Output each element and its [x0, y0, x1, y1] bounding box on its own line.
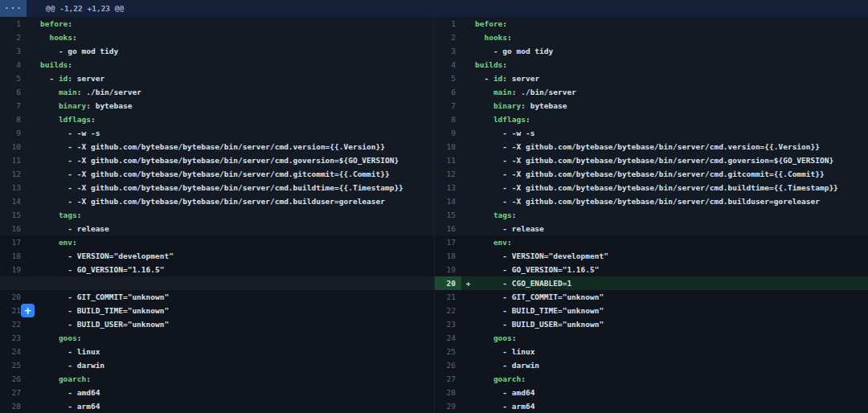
diff-row: 5 - id: server [0, 72, 434, 85]
code-text: - -w -s [475, 129, 534, 137]
diff-row: 9 - -w -s [435, 126, 868, 140]
yaml-key: main [493, 88, 512, 96]
line-number[interactable]: 5 [435, 72, 461, 85]
code-text: - VERSION="development" [475, 251, 608, 260]
hunk-header: ··· @@ -1,22 +1,23 @@ [0, 0, 868, 17]
code-text: - go mod tidy [40, 47, 118, 55]
code-line: - VERSION="development" [40, 249, 174, 263]
code-text: - -X github.com/bytebase/bytebase/bin/se… [475, 183, 838, 192]
line-number[interactable]: 4 [0, 58, 27, 72]
line-number[interactable]: 8 [0, 112, 27, 126]
line-number[interactable]: 15 [435, 208, 461, 222]
line-number[interactable]: 20 [0, 290, 27, 304]
yaml-key: id [59, 74, 68, 83]
code-line: - arm64 [40, 399, 100, 413]
line-number[interactable]: 28 [0, 399, 27, 413]
line-number[interactable]: 8 [435, 112, 461, 126]
line-number[interactable]: 4 [435, 58, 461, 72]
diff-marker [461, 140, 475, 153]
line-number[interactable]: 22 [435, 304, 461, 317]
line-number[interactable]: 6 [0, 85, 27, 99]
line-number[interactable]: 17 [0, 235, 27, 249]
line-number[interactable]: 1 [0, 17, 27, 31]
expand-context-button[interactable]: ··· [0, 0, 27, 17]
code-line: - darwin [475, 358, 539, 372]
line-number[interactable]: 17 [435, 235, 461, 249]
line-number[interactable]: 11 [0, 153, 27, 167]
diff-marker [27, 181, 40, 194]
code-text: - darwin [475, 361, 539, 370]
line-number[interactable]: 22 [0, 317, 27, 331]
line-number[interactable]: 29 [435, 399, 461, 413]
line-number[interactable]: 20 [435, 276, 461, 290]
diff-marker [27, 345, 40, 358]
line-number[interactable]: 24 [0, 345, 27, 358]
diff-row: 19 - GO_VERSION="1.16.5" [0, 263, 434, 276]
line-number[interactable] [0, 276, 27, 290]
diff-marker [27, 372, 40, 386]
add-comment-button[interactable]: + [21, 304, 35, 317]
line-number[interactable]: 24 [435, 331, 461, 345]
code-text: : [521, 374, 526, 383]
code-line: - -X github.com/bytebase/bytebase/bin/se… [40, 194, 385, 208]
code-line: - -w -s [475, 126, 534, 140]
line-number[interactable]: 25 [0, 358, 27, 372]
line-number[interactable]: 19 [435, 263, 461, 276]
line-number[interactable]: 13 [0, 181, 27, 194]
line-number[interactable]: 1 [435, 17, 461, 31]
line-number[interactable]: 27 [0, 386, 27, 399]
line-number[interactable]: 18 [0, 249, 27, 263]
code-line: - BUILD_USER="unknown" [40, 317, 169, 331]
line-number[interactable]: 9 [0, 126, 27, 140]
line-number[interactable]: 19 [0, 263, 27, 276]
yaml-key: goarch [59, 374, 86, 383]
code-line: env: [40, 235, 77, 249]
line-number[interactable]: 6 [435, 85, 461, 99]
line-number[interactable]: 25 [435, 345, 461, 358]
line-number[interactable]: 3 [435, 44, 461, 58]
line-number[interactable]: 27 [435, 372, 461, 386]
line-number[interactable]: 7 [0, 99, 27, 112]
diff-marker [461, 358, 475, 372]
line-number[interactable]: 2 [0, 31, 27, 44]
line-number[interactable]: 15 [0, 208, 27, 222]
diff-row: 16 - release [0, 222, 434, 235]
line-number[interactable]: 14 [435, 194, 461, 208]
split-diff-view: ··· @@ -1,22 +1,23 @@ 1before:2 hooks:3 … [0, 0, 868, 413]
line-number[interactable]: 14 [0, 194, 27, 208]
line-number[interactable]: 10 [435, 140, 461, 153]
code-text: - -X github.com/bytebase/bytebase/bin/se… [40, 183, 403, 192]
line-number[interactable]: 26 [0, 372, 27, 386]
code-text: - go mod tidy [475, 47, 553, 55]
diff-marker [461, 181, 475, 194]
diff-row-spacer [0, 276, 434, 290]
code-text: : [502, 19, 507, 28]
diff-row: 1before: [435, 17, 868, 31]
line-number[interactable]: 2 [435, 31, 461, 44]
code-text: - arm64 [475, 402, 534, 411]
line-number[interactable]: 13 [435, 181, 461, 194]
line-number[interactable]: 12 [0, 167, 27, 181]
line-number[interactable]: 23 [435, 317, 461, 331]
line-number[interactable]: 10 [0, 140, 27, 153]
line-number[interactable]: 7 [435, 99, 461, 112]
diff-marker [461, 208, 475, 222]
line-number[interactable]: 23 [0, 331, 27, 345]
line-number[interactable]: 21 [435, 290, 461, 304]
line-number[interactable]: 18 [435, 249, 461, 263]
line-number[interactable]: 16 [0, 222, 27, 235]
code-text: : ./bin/server [512, 88, 576, 96]
line-number[interactable]: 12 [435, 167, 461, 181]
diff-marker [27, 317, 40, 331]
line-number[interactable]: 5 [0, 72, 27, 85]
diff-marker [461, 263, 475, 276]
diff-marker [461, 399, 475, 413]
line-number[interactable]: 26 [435, 358, 461, 372]
line-number[interactable]: 9 [435, 126, 461, 140]
line-number[interactable]: 16 [435, 222, 461, 235]
line-number[interactable]: 11 [435, 153, 461, 167]
diff-marker [461, 17, 475, 31]
diff-row: 6 main: ./bin/server [0, 85, 434, 99]
line-number[interactable]: 28 [435, 386, 461, 399]
line-number[interactable]: 3 [0, 44, 27, 58]
